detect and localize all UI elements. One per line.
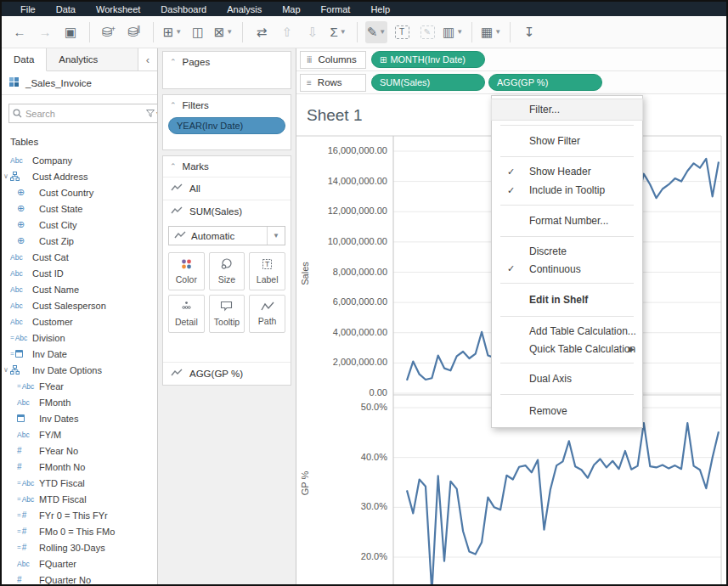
- field-rolling-30-days[interactable]: =#Rolling 30-Days: [2, 539, 157, 555]
- share-icon[interactable]: ↧: [518, 21, 540, 43]
- format-annotation-icon[interactable]: ✎: [416, 21, 438, 43]
- fit-icon[interactable]: ▥▼: [442, 21, 464, 43]
- field-cust-cat[interactable]: AbcCust Cat: [2, 249, 157, 265]
- field-fmonth[interactable]: AbcFMonth: [2, 394, 157, 410]
- menu-item-discrete[interactable]: Discrete: [492, 242, 642, 260]
- menu-map[interactable]: Map: [272, 4, 310, 14]
- save-icon[interactable]: ▣: [59, 21, 82, 43]
- marks-button-label: Path: [258, 316, 277, 326]
- sort-descending-icon[interactable]: ⇩: [302, 21, 324, 43]
- field-fmo-0-this-fmo[interactable]: =#FMo 0 = This FMo: [2, 523, 157, 539]
- columns-shelf[interactable]: ⅲColumns ⊞MONTH(Inv Date): [296, 48, 726, 71]
- marks-tab-all[interactable]: All: [163, 177, 291, 200]
- marks-size-button[interactable]: Size: [209, 252, 245, 290]
- field-fyear[interactable]: =AbcFYear: [2, 378, 157, 394]
- field-cust-zip[interactable]: ⊕Cust Zip: [2, 233, 157, 249]
- highlight-icon[interactable]: ✎▼: [365, 21, 387, 43]
- menu-item-add-table-calculation[interactable]: Add Table Calculation...: [492, 322, 642, 340]
- field-division[interactable]: =AbcDivision: [2, 330, 157, 346]
- marks-detail-button[interactable]: Detail: [168, 295, 205, 333]
- field-ytd-fiscal[interactable]: =AbcYTD Fiscal: [2, 475, 157, 491]
- pill-month-inv-date[interactable]: ⊞MONTH(Inv Date): [371, 51, 485, 68]
- search-box[interactable]: ▾: [8, 104, 158, 123]
- field-inv-date-options[interactable]: ∨Inv Date Options: [2, 362, 157, 378]
- field-fmonth-no[interactable]: #FMonth No: [2, 459, 157, 475]
- show-mark-labels-icon[interactable]: T: [391, 21, 413, 43]
- new-worksheet-icon[interactable]: ⊞▼: [161, 21, 183, 43]
- pause-auto-updates-icon[interactable]: ⛁∥: [123, 21, 145, 43]
- menu-dashboard[interactable]: Dashboard: [150, 4, 217, 14]
- marks-path-button[interactable]: Path: [249, 295, 285, 333]
- tab-data[interactable]: Data: [2, 48, 47, 71]
- field-fquarter[interactable]: AbcFQuarter: [2, 555, 157, 572]
- menu-help[interactable]: Help: [360, 4, 400, 14]
- menu-item-continuous[interactable]: ✓Continuous: [492, 260, 642, 278]
- gp-line-series: [407, 423, 719, 584]
- globe-field-icon: ⊕: [17, 203, 39, 214]
- field-inv-dates[interactable]: Inv Dates: [2, 410, 157, 426]
- menu-item-show-header[interactable]: ✓Show Header: [492, 162, 642, 181]
- field-fy-m[interactable]: AbcFY/M: [2, 426, 157, 442]
- search-input[interactable]: [25, 109, 146, 119]
- field-cust-name[interactable]: AbcCust Name: [2, 281, 157, 297]
- field-cust-state[interactable]: ⊕Cust State: [2, 200, 157, 217]
- show-me-icon[interactable]: ▦▼: [480, 21, 502, 43]
- field-cust-country[interactable]: ⊕Cust Country: [2, 184, 157, 200]
- marks-tab-sum-sales[interactable]: SUM(Sales): [163, 200, 291, 223]
- field-cust-salesperson[interactable]: AbcCust Salesperson: [2, 297, 157, 313]
- tab-analytics[interactable]: Analytics: [47, 48, 138, 70]
- swap-rows-columns-icon[interactable]: ⇄: [251, 21, 273, 43]
- menu-item-show-filter[interactable]: Show Filter: [492, 131, 642, 151]
- menu-analysis[interactable]: Analysis: [217, 4, 272, 14]
- menu-item-edit-in-shelf[interactable]: Edit in Shelf: [492, 289, 642, 311]
- pill-agg-gp[interactable]: AGG(GP %): [488, 74, 602, 91]
- sort-ascending-icon[interactable]: ⇧: [276, 21, 298, 43]
- duplicate-sheet-icon[interactable]: ◫: [187, 21, 209, 43]
- new-data-source-icon[interactable]: ⛁+: [98, 21, 120, 43]
- redo-icon[interactable]: →: [34, 21, 56, 43]
- menu-data[interactable]: Data: [46, 4, 86, 14]
- chevron-down-icon: ∨: [3, 172, 8, 180]
- field-fyr-0-this-fyr[interactable]: =#FYr 0 = This FYr: [2, 507, 157, 523]
- totals-icon[interactable]: Σ▼: [327, 21, 349, 43]
- field-filter-icon[interactable]: ▾: [146, 110, 158, 117]
- marks-tab-agg-gp[interactable]: AGG(GP %): [163, 362, 291, 385]
- marks-tooltip-button[interactable]: Tooltip: [209, 295, 245, 333]
- rows-shelf[interactable]: ≡Rows SUM(Sales) AGG(GP %): [296, 71, 726, 94]
- field-cust-city[interactable]: ⊕Cust City: [2, 217, 157, 233]
- pages-label: Pages: [183, 57, 211, 67]
- collapse-panel-icon[interactable]: ‹: [138, 48, 157, 70]
- marks-label-button[interactable]: TLabel: [249, 252, 285, 290]
- menu-file[interactable]: File: [10, 4, 46, 14]
- menu-item-format-number[interactable]: Format Number...: [492, 211, 642, 231]
- menu-worksheet[interactable]: Worksheet: [86, 4, 150, 14]
- field-label: FMonth: [39, 397, 71, 408]
- field-inv-date[interactable]: =Inv Date: [2, 346, 157, 362]
- marks-color-button[interactable]: Color: [168, 252, 205, 290]
- field-fquarter-no[interactable]: #FQuarter No: [2, 572, 157, 584]
- datasource-row[interactable]: _Sales_Invoice: [2, 71, 157, 95]
- marks-header[interactable]: ⌃Marks: [163, 156, 291, 177]
- pill-sum-sales[interactable]: SUM(Sales): [371, 74, 485, 91]
- collapse-chevron-icon: ⌃: [170, 58, 177, 66]
- filter-pill-year-inv-date[interactable]: YEAR(Inv Date): [168, 117, 285, 134]
- menu-item-filter[interactable]: Filter...: [492, 99, 642, 120]
- field-cust-id[interactable]: AbcCust ID: [2, 265, 157, 281]
- field-cust-address[interactable]: ∨Cust Address: [2, 168, 157, 184]
- menu-item-quick-table-calculation[interactable]: Quick Table Calculation▶: [492, 340, 642, 358]
- field-company[interactable]: AbcCompany: [2, 152, 157, 168]
- menu-item-label: Quick Table Calculation: [529, 343, 635, 355]
- clear-sheet-icon[interactable]: ⊠▼: [212, 21, 234, 43]
- menu-format[interactable]: Format: [311, 4, 361, 14]
- menu-item-remove[interactable]: Remove: [492, 400, 642, 422]
- pages-header[interactable]: ⌃Pages: [163, 52, 291, 72]
- field-fyear-no[interactable]: #FYear No: [2, 442, 157, 459]
- field-mtd-fiscal[interactable]: =AbcMTD Fiscal: [2, 491, 157, 507]
- field-customer[interactable]: AbcCustomer: [2, 313, 157, 330]
- filters-header[interactable]: ⌃Filters: [163, 95, 291, 116]
- marks-tab-label: AGG(GP %): [189, 369, 243, 379]
- menu-item-include-in-tooltip[interactable]: ✓Include in Tooltip: [492, 181, 642, 200]
- menu-item-dual-axis[interactable]: Dual Axis: [492, 369, 642, 389]
- undo-icon[interactable]: ←: [8, 21, 31, 43]
- mark-type-dropdown[interactable]: Automatic ▼: [168, 226, 285, 245]
